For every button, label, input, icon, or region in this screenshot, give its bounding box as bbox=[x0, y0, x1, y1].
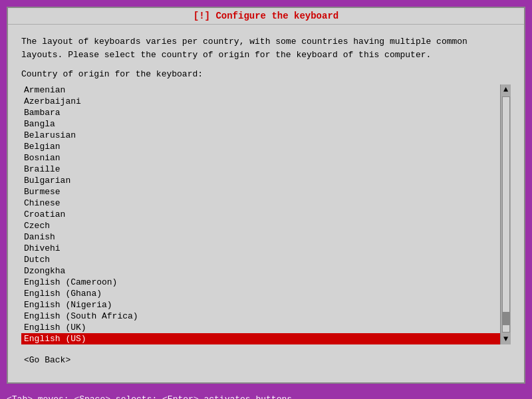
go-back-container: <Go Back> bbox=[21, 351, 511, 372]
scroll-down-arrow[interactable]: ▼ bbox=[502, 334, 509, 344]
list-item-english-us[interactable]: English (US) bbox=[21, 333, 500, 344]
list-item-english-ghana[interactable]: English (Ghana) bbox=[21, 288, 500, 299]
list-item-dutch[interactable]: Dutch bbox=[21, 254, 500, 265]
list-item-czech[interactable]: Czech bbox=[21, 220, 500, 231]
list-item-bosnian[interactable]: Bosnian bbox=[21, 152, 500, 164]
list-item-bangla[interactable]: Bangla bbox=[21, 118, 500, 130]
scrollbar[interactable]: ▲ ▼ bbox=[500, 84, 511, 344]
list-item-bambara[interactable]: Bambara bbox=[21, 107, 500, 118]
list-item-braille[interactable]: Braille bbox=[21, 164, 500, 175]
list-item-armenian[interactable]: Armenian bbox=[21, 84, 500, 96]
list-item-croatian[interactable]: Croatian bbox=[21, 209, 500, 220]
list-item-belarusian[interactable]: Belarusian bbox=[21, 130, 500, 141]
scroll-thumb[interactable] bbox=[503, 312, 509, 325]
list-item-dzongkha[interactable]: Dzongkha bbox=[21, 265, 500, 277]
status-text: <Tab> moves; <Space> selects; <Enter> ac… bbox=[7, 394, 292, 399]
list-item-chinese[interactable]: Chinese bbox=[21, 198, 500, 209]
description-line2: layouts. Please select the country of or… bbox=[21, 50, 431, 60]
list-container: ArmenianAzerbaijaniBambaraBanglaBelarusi… bbox=[21, 84, 511, 344]
country-origin-label: Country of origin for the keyboard: bbox=[21, 69, 511, 79]
list-item-english-uk[interactable]: English (UK) bbox=[21, 322, 500, 333]
go-back-button[interactable]: <Go Back> bbox=[21, 354, 73, 366]
scroll-track[interactable] bbox=[502, 96, 510, 332]
window-title: [!] Configure the keyboard bbox=[194, 11, 338, 21]
description-text: The layout of keyboards varies per count… bbox=[21, 35, 511, 61]
list-item-danish[interactable]: Danish bbox=[21, 231, 500, 243]
main-window: [!] Configure the keyboard The layout of… bbox=[7, 7, 525, 384]
list-item-english-south-africa[interactable]: English (South Africa) bbox=[21, 311, 500, 322]
content-area: The layout of keyboards varies per count… bbox=[8, 25, 524, 382]
list-item-burmese[interactable]: Burmese bbox=[21, 186, 500, 198]
scroll-up-arrow[interactable]: ▲ bbox=[502, 84, 509, 95]
status-bar: <Tab> moves; <Space> selects; <Enter> ac… bbox=[0, 390, 532, 399]
list-item-dhivehi[interactable]: Dhivehi bbox=[21, 243, 500, 254]
list-item-english-cameroon[interactable]: English (Cameroon) bbox=[21, 277, 500, 288]
country-list[interactable]: ArmenianAzerbaijaniBambaraBanglaBelarusi… bbox=[21, 84, 500, 344]
description-line1: The layout of keyboards varies per count… bbox=[21, 37, 467, 47]
list-item-belgian[interactable]: Belgian bbox=[21, 141, 500, 152]
title-bar: [!] Configure the keyboard bbox=[8, 8, 524, 25]
list-item-azerbaijani[interactable]: Azerbaijani bbox=[21, 96, 500, 107]
list-item-english-nigeria[interactable]: English (Nigeria) bbox=[21, 299, 500, 311]
list-item-bulgarian[interactable]: Bulgarian bbox=[21, 175, 500, 186]
